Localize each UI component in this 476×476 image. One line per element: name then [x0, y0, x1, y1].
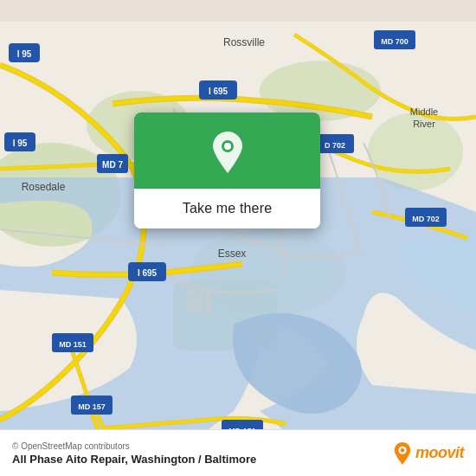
- svg-rect-38: [196, 298, 203, 303]
- place-name: All Phase Aito Repair, Washington / Balt…: [12, 453, 256, 466]
- svg-rect-37: [186, 298, 193, 303]
- moovit-pin-icon: [393, 442, 412, 465]
- svg-text:River: River: [413, 119, 435, 129]
- svg-text:MD 700: MD 700: [381, 37, 408, 46]
- svg-text:I 695: I 695: [209, 87, 228, 96]
- svg-text:D 702: D 702: [325, 141, 345, 150]
- moovit-text: moovit: [415, 444, 464, 462]
- svg-point-44: [224, 143, 231, 150]
- svg-text:I 95: I 95: [13, 138, 28, 148]
- svg-point-46: [401, 447, 405, 452]
- svg-text:Rossville: Rossville: [223, 36, 265, 48]
- map-background: I 95 I 95 I 695 I 695 MD 7 MD 700 D 702 …: [0, 0, 476, 476]
- svg-rect-34: [186, 290, 193, 295]
- svg-rect-36: [205, 290, 212, 295]
- popup-header: [134, 113, 320, 189]
- bottom-bar: © OpenStreetMap contributors All Phase A…: [0, 429, 476, 476]
- svg-text:I 695: I 695: [138, 268, 158, 278]
- map-attribution: © OpenStreetMap contributors: [12, 441, 256, 451]
- svg-rect-41: [196, 306, 203, 311]
- svg-text:MD 157: MD 157: [78, 402, 106, 411]
- svg-rect-42: [205, 306, 212, 311]
- svg-text:MD 7: MD 7: [102, 160, 123, 170]
- svg-rect-39: [205, 298, 212, 303]
- svg-text:MD 702: MD 702: [412, 215, 440, 223]
- svg-text:MD 151: MD 151: [59, 340, 87, 349]
- moovit-logo: moovit: [393, 442, 464, 465]
- svg-rect-35: [196, 290, 203, 295]
- bottom-left-info: © OpenStreetMap contributors All Phase A…: [12, 441, 256, 466]
- svg-text:I 95: I 95: [17, 49, 32, 59]
- map-container: I 95 I 95 I 695 I 695 MD 7 MD 700 D 702 …: [0, 0, 476, 476]
- take-me-there-button[interactable]: Take me there: [134, 189, 320, 228]
- svg-text:Middle: Middle: [410, 106, 438, 117]
- svg-text:Rosedale: Rosedale: [22, 181, 66, 193]
- svg-text:Essex: Essex: [218, 248, 247, 260]
- location-popup: Take me there: [134, 113, 320, 228]
- location-pin-icon: [210, 132, 245, 173]
- svg-rect-40: [186, 306, 193, 311]
